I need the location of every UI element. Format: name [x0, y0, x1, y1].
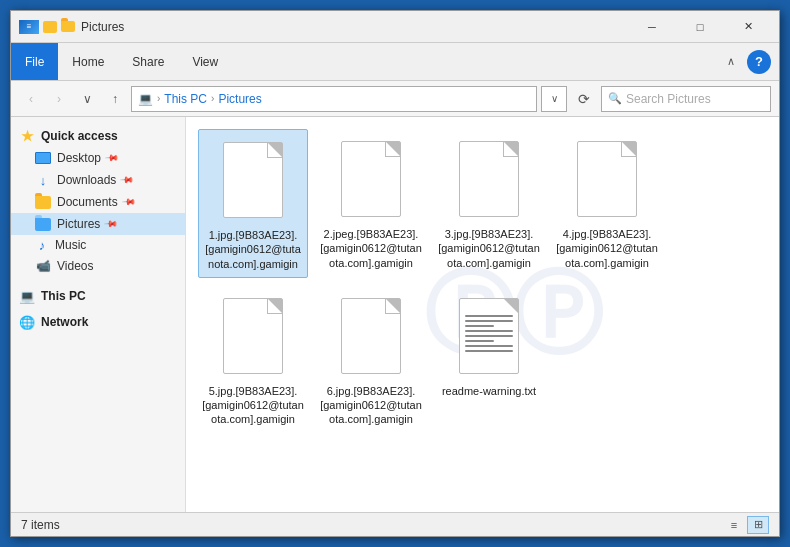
address-bar: ‹ › ∨ ↑ 💻 › This PC › Pictures ∨ ⟳ 🔍 Sea… [11, 81, 779, 117]
sidebar-item-desktop[interactable]: Desktop 📌 [11, 147, 185, 169]
sidebar-this-pc[interactable]: 💻 This PC [11, 285, 185, 307]
help-button[interactable]: ? [747, 50, 771, 74]
search-icon: 🔍 [608, 92, 622, 105]
search-box[interactable]: 🔍 Search Pictures [601, 86, 771, 112]
path-this-pc[interactable]: This PC [164, 92, 207, 106]
sidebar: ★ Quick access Desktop 📌 ↓ Downloads 📌 D… [11, 117, 186, 512]
file-item-5[interactable]: 5.jpg.[9B83AE23].[gamigin0612@tutanota.c… [198, 286, 308, 433]
txt-line-2 [465, 320, 513, 322]
sidebar-item-pictures[interactable]: Pictures 📌 [11, 213, 185, 235]
desktop-label: Desktop [57, 151, 101, 165]
file-icon-container-7 [453, 292, 525, 380]
file-icon-container-6 [335, 292, 407, 380]
path-dropdown-button[interactable]: ∨ [541, 86, 567, 112]
pin-icon-2: 📌 [120, 173, 135, 188]
path-icon: 💻 [138, 92, 153, 106]
file-name-3: 3.jpg.[9B83AE23].[gamigin0612@tutanota.c… [438, 227, 540, 270]
up-button[interactable]: ↑ [103, 87, 127, 111]
star-icon: ★ [19, 128, 35, 144]
videos-icon: 📹 [35, 258, 51, 274]
path-separator-2: › [211, 93, 214, 104]
file-name-2: 2.jpeg.[9B83AE23].[gamigin0612@tutanota.… [320, 227, 422, 270]
grid-view-button[interactable]: ⊞ [747, 516, 769, 534]
sidebar-item-documents[interactable]: Documents 📌 [11, 191, 185, 213]
file-icon-doc-5 [223, 298, 283, 374]
close-button[interactable]: ✕ [725, 12, 771, 42]
file-icon-container-2 [335, 135, 407, 223]
txt-lines [465, 315, 513, 352]
file-item-7[interactable]: readme-warning.txt [434, 286, 544, 433]
pin-icon-4: 📌 [104, 217, 119, 232]
main-area: ★ Quick access Desktop 📌 ↓ Downloads 📌 D… [11, 117, 779, 512]
ribbon-right: ∧ ? [719, 50, 779, 74]
file-icon-doc-2 [341, 141, 401, 217]
download-icon: ↓ [35, 172, 51, 188]
back-button[interactable]: ‹ [19, 87, 43, 111]
network-label: Network [41, 315, 88, 329]
forward-button[interactable]: › [47, 87, 71, 111]
sidebar-network[interactable]: 🌐 Network [11, 311, 185, 333]
path-pictures[interactable]: Pictures [218, 92, 261, 106]
sidebar-item-downloads[interactable]: ↓ Downloads 📌 [11, 169, 185, 191]
maximize-button[interactable]: □ [677, 12, 723, 42]
icon-folder [61, 21, 75, 32]
txt-line-3 [465, 325, 494, 327]
explorer-window: ≡ Pictures ─ □ ✕ File Home Share View ∧ … [10, 10, 780, 537]
pictures-label: Pictures [57, 217, 100, 231]
file-icon-doc-6 [341, 298, 401, 374]
folder-icon [35, 194, 51, 210]
list-view-button[interactable]: ≡ [723, 516, 745, 534]
ribbon-collapse-icon[interactable]: ∧ [719, 50, 743, 74]
file-item-6[interactable]: 6.jpg.[9B83AE23].[gamigin0612@tutanota.c… [316, 286, 426, 433]
this-pc-label: This PC [41, 289, 86, 303]
desktop-icon [35, 150, 51, 166]
ribbon: File Home Share View ∧ ? [11, 43, 779, 81]
tab-file[interactable]: File [11, 43, 58, 80]
address-path[interactable]: 💻 › This PC › Pictures [131, 86, 537, 112]
search-placeholder: Search Pictures [626, 92, 711, 106]
file-icon-txt-7 [459, 298, 519, 374]
icon-yellow [43, 21, 57, 33]
file-icon-container-4 [571, 135, 643, 223]
title-bar: ≡ Pictures ─ □ ✕ [11, 11, 779, 43]
window-title: Pictures [81, 20, 629, 34]
icon-blue: ≡ [19, 20, 39, 34]
txt-line-6 [465, 340, 494, 342]
file-icon-container-1 [217, 136, 289, 224]
pictures-folder-icon [35, 216, 51, 232]
documents-label: Documents [57, 195, 118, 209]
tab-view[interactable]: View [178, 43, 232, 80]
status-bar: 7 items ≡ ⊞ [11, 512, 779, 536]
pin-icon: 📌 [105, 151, 120, 166]
file-icon-container-3 [453, 135, 525, 223]
downloads-label: Downloads [57, 173, 116, 187]
dropdown-button[interactable]: ∨ [75, 87, 99, 111]
quick-access-label: Quick access [41, 129, 118, 143]
title-controls: ─ □ ✕ [629, 12, 771, 42]
minimize-button[interactable]: ─ [629, 12, 675, 42]
file-icon-doc-4 [577, 141, 637, 217]
file-item-2[interactable]: 2.jpeg.[9B83AE23].[gamigin0612@tutanota.… [316, 129, 426, 278]
file-icon-doc-3 [459, 141, 519, 217]
tab-share[interactable]: Share [118, 43, 178, 80]
pc-icon: 💻 [19, 288, 35, 304]
music-label: Music [55, 238, 86, 252]
pin-icon-3: 📌 [122, 195, 137, 210]
file-name-1: 1.jpg.[9B83AE23].[gamigin0612@tutanota.c… [203, 228, 303, 271]
sidebar-quick-access[interactable]: ★ Quick access [11, 125, 185, 147]
file-item-4[interactable]: 4.jpg.[9B83AE23].[gamigin0612@tutanota.c… [552, 129, 662, 278]
videos-label: Videos [57, 259, 93, 273]
file-name-7: readme-warning.txt [442, 384, 536, 398]
tab-home[interactable]: Home [58, 43, 118, 80]
file-icon-container-5 [217, 292, 289, 380]
file-item-1[interactable]: 1.jpg.[9B83AE23].[gamigin0612@tutanota.c… [198, 129, 308, 278]
music-icon: ♪ [35, 238, 49, 252]
status-text: 7 items [21, 518, 723, 532]
refresh-button[interactable]: ⟳ [571, 86, 597, 112]
sidebar-item-videos[interactable]: 📹 Videos [11, 255, 185, 277]
file-item-3[interactable]: 3.jpg.[9B83AE23].[gamigin0612@tutanota.c… [434, 129, 544, 278]
app-icon-blue: ≡ [19, 19, 39, 35]
network-icon: 🌐 [19, 314, 35, 330]
sidebar-item-music[interactable]: ♪ Music [11, 235, 185, 255]
txt-line-5 [465, 335, 513, 337]
